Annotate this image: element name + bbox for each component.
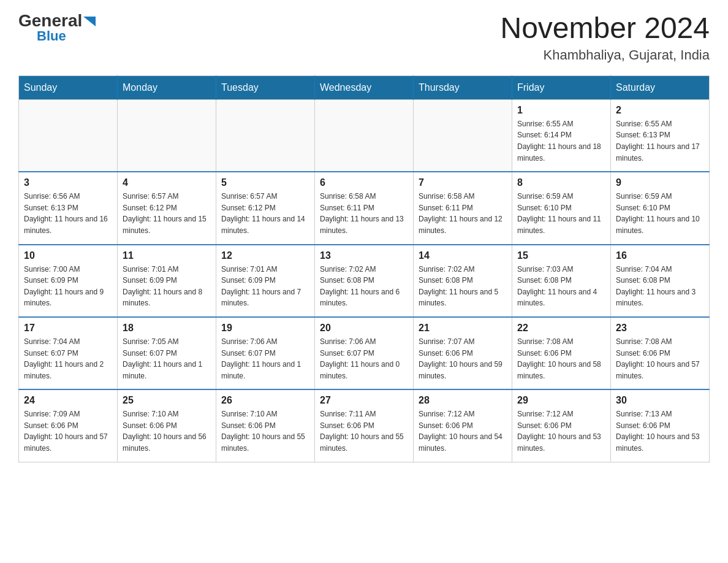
day-number: 29 bbox=[517, 395, 605, 406]
day-info: Sunrise: 7:04 AMSunset: 6:07 PMDaylight:… bbox=[24, 336, 112, 381]
day-number: 3 bbox=[24, 177, 112, 188]
day-info: Sunrise: 6:59 AMSunset: 6:10 PMDaylight:… bbox=[616, 191, 704, 236]
day-number: 28 bbox=[419, 395, 507, 406]
day-number: 17 bbox=[24, 323, 112, 334]
table-row: 14Sunrise: 7:02 AMSunset: 6:08 PMDayligh… bbox=[414, 245, 512, 317]
day-number: 21 bbox=[419, 323, 507, 334]
day-info: Sunrise: 7:12 AMSunset: 6:06 PMDaylight:… bbox=[517, 408, 605, 454]
calendar-table: Sunday Monday Tuesday Wednesday Thursday… bbox=[18, 75, 710, 462]
header-thursday: Thursday bbox=[414, 75, 512, 99]
table-row: 15Sunrise: 7:03 AMSunset: 6:08 PMDayligh… bbox=[512, 245, 611, 317]
table-row: 17Sunrise: 7:04 AMSunset: 6:07 PMDayligh… bbox=[19, 317, 118, 389]
day-info: Sunrise: 6:58 AMSunset: 6:11 PMDaylight:… bbox=[320, 191, 408, 236]
table-row bbox=[414, 99, 512, 172]
day-number: 4 bbox=[123, 177, 211, 188]
title-block: November 2024 Khambhaliya, Gujarat, Indi… bbox=[500, 12, 710, 63]
table-row: 9Sunrise: 6:59 AMSunset: 6:10 PMDaylight… bbox=[611, 172, 710, 244]
header-friday: Friday bbox=[512, 75, 611, 99]
day-number: 14 bbox=[419, 250, 507, 261]
table-row: 10Sunrise: 7:00 AMSunset: 6:09 PMDayligh… bbox=[19, 245, 118, 317]
table-row: 22Sunrise: 7:08 AMSunset: 6:06 PMDayligh… bbox=[512, 317, 611, 389]
table-row: 8Sunrise: 6:59 AMSunset: 6:10 PMDaylight… bbox=[512, 172, 611, 244]
table-row: 1Sunrise: 6:55 AMSunset: 6:14 PMDaylight… bbox=[512, 99, 611, 172]
day-info: Sunrise: 7:12 AMSunset: 6:06 PMDaylight:… bbox=[419, 408, 507, 454]
day-number: 8 bbox=[517, 177, 605, 188]
day-info: Sunrise: 7:03 AMSunset: 6:08 PMDaylight:… bbox=[517, 264, 605, 309]
day-info: Sunrise: 6:57 AMSunset: 6:12 PMDaylight:… bbox=[221, 191, 309, 236]
table-row: 26Sunrise: 7:10 AMSunset: 6:06 PMDayligh… bbox=[216, 389, 315, 462]
table-row bbox=[216, 99, 315, 172]
day-info: Sunrise: 7:09 AMSunset: 6:06 PMDaylight:… bbox=[24, 408, 112, 454]
day-info: Sunrise: 6:55 AMSunset: 6:13 PMDaylight:… bbox=[616, 118, 704, 164]
table-row: 28Sunrise: 7:12 AMSunset: 6:06 PMDayligh… bbox=[414, 389, 512, 462]
table-row bbox=[19, 99, 118, 172]
day-info: Sunrise: 7:01 AMSunset: 6:09 PMDaylight:… bbox=[123, 264, 211, 309]
day-number: 20 bbox=[320, 323, 408, 334]
day-number: 11 bbox=[123, 250, 211, 261]
day-info: Sunrise: 6:59 AMSunset: 6:10 PMDaylight:… bbox=[517, 191, 605, 236]
day-number: 9 bbox=[616, 177, 704, 188]
day-info: Sunrise: 7:06 AMSunset: 6:07 PMDaylight:… bbox=[221, 336, 309, 381]
svg-marker-0 bbox=[83, 17, 96, 26]
day-info: Sunrise: 7:10 AMSunset: 6:06 PMDaylight:… bbox=[221, 408, 309, 454]
table-row: 11Sunrise: 7:01 AMSunset: 6:09 PMDayligh… bbox=[118, 245, 216, 317]
day-info: Sunrise: 7:04 AMSunset: 6:08 PMDaylight:… bbox=[616, 264, 704, 309]
day-info: Sunrise: 7:01 AMSunset: 6:09 PMDaylight:… bbox=[221, 264, 309, 309]
day-info: Sunrise: 7:02 AMSunset: 6:08 PMDaylight:… bbox=[419, 264, 507, 309]
header-wednesday: Wednesday bbox=[315, 75, 414, 99]
logo-triangle-icon bbox=[83, 17, 96, 26]
day-number: 1 bbox=[517, 105, 605, 116]
logo-general-text: General bbox=[18, 12, 82, 29]
day-number: 5 bbox=[221, 177, 309, 188]
table-row: 24Sunrise: 7:09 AMSunset: 6:06 PMDayligh… bbox=[19, 389, 118, 462]
logo-blue-text: Blue bbox=[37, 28, 66, 44]
header-saturday: Saturday bbox=[611, 75, 710, 99]
logo: General Blue bbox=[18, 12, 96, 44]
page-header: General Blue November 2024 Khambhaliya, … bbox=[18, 12, 710, 63]
day-info: Sunrise: 7:11 AMSunset: 6:06 PMDaylight:… bbox=[320, 408, 408, 454]
table-row bbox=[315, 99, 414, 172]
day-number: 22 bbox=[517, 323, 605, 334]
day-number: 2 bbox=[616, 105, 704, 116]
table-row: 30Sunrise: 7:13 AMSunset: 6:06 PMDayligh… bbox=[611, 389, 710, 462]
day-info: Sunrise: 7:02 AMSunset: 6:08 PMDaylight:… bbox=[320, 264, 408, 309]
table-row: 21Sunrise: 7:07 AMSunset: 6:06 PMDayligh… bbox=[414, 317, 512, 389]
day-number: 30 bbox=[616, 395, 704, 406]
day-info: Sunrise: 6:57 AMSunset: 6:12 PMDaylight:… bbox=[123, 191, 211, 236]
page-subtitle: Khambhaliya, Gujarat, India bbox=[500, 47, 710, 63]
day-number: 16 bbox=[616, 250, 704, 261]
header-sunday: Sunday bbox=[19, 75, 118, 99]
day-info: Sunrise: 7:05 AMSunset: 6:07 PMDaylight:… bbox=[123, 336, 211, 381]
table-row: 6Sunrise: 6:58 AMSunset: 6:11 PMDaylight… bbox=[315, 172, 414, 244]
table-row: 29Sunrise: 7:12 AMSunset: 6:06 PMDayligh… bbox=[512, 389, 611, 462]
day-info: Sunrise: 7:08 AMSunset: 6:06 PMDaylight:… bbox=[616, 336, 704, 381]
day-info: Sunrise: 7:08 AMSunset: 6:06 PMDaylight:… bbox=[517, 336, 605, 381]
table-row: 7Sunrise: 6:58 AMSunset: 6:11 PMDaylight… bbox=[414, 172, 512, 244]
day-info: Sunrise: 7:13 AMSunset: 6:06 PMDaylight:… bbox=[616, 408, 704, 454]
day-info: Sunrise: 6:55 AMSunset: 6:14 PMDaylight:… bbox=[517, 118, 605, 164]
table-row: 13Sunrise: 7:02 AMSunset: 6:08 PMDayligh… bbox=[315, 245, 414, 317]
day-number: 24 bbox=[24, 395, 112, 406]
table-row: 27Sunrise: 7:11 AMSunset: 6:06 PMDayligh… bbox=[315, 389, 414, 462]
page-title: November 2024 bbox=[500, 12, 710, 45]
table-row: 4Sunrise: 6:57 AMSunset: 6:12 PMDaylight… bbox=[118, 172, 216, 244]
table-row: 19Sunrise: 7:06 AMSunset: 6:07 PMDayligh… bbox=[216, 317, 315, 389]
day-number: 23 bbox=[616, 323, 704, 334]
day-info: Sunrise: 6:58 AMSunset: 6:11 PMDaylight:… bbox=[419, 191, 507, 236]
header-monday: Monday bbox=[118, 75, 216, 99]
calendar-header-row: Sunday Monday Tuesday Wednesday Thursday… bbox=[19, 75, 710, 99]
day-number: 12 bbox=[221, 250, 309, 261]
day-number: 27 bbox=[320, 395, 408, 406]
day-info: Sunrise: 7:10 AMSunset: 6:06 PMDaylight:… bbox=[123, 408, 211, 454]
day-number: 25 bbox=[123, 395, 211, 406]
day-number: 7 bbox=[419, 177, 507, 188]
table-row: 2Sunrise: 6:55 AMSunset: 6:13 PMDaylight… bbox=[611, 99, 710, 172]
day-info: Sunrise: 7:07 AMSunset: 6:06 PMDaylight:… bbox=[419, 336, 507, 381]
day-info: Sunrise: 7:00 AMSunset: 6:09 PMDaylight:… bbox=[24, 264, 112, 309]
table-row: 12Sunrise: 7:01 AMSunset: 6:09 PMDayligh… bbox=[216, 245, 315, 317]
day-number: 18 bbox=[123, 323, 211, 334]
table-row: 16Sunrise: 7:04 AMSunset: 6:08 PMDayligh… bbox=[611, 245, 710, 317]
day-number: 19 bbox=[221, 323, 309, 334]
table-row: 23Sunrise: 7:08 AMSunset: 6:06 PMDayligh… bbox=[611, 317, 710, 389]
day-number: 6 bbox=[320, 177, 408, 188]
